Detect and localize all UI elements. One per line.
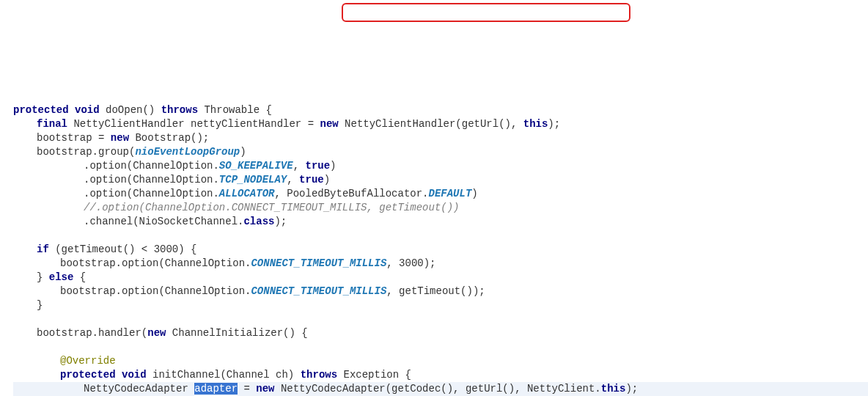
code-token: Throwable { [198,104,272,116]
code-token: NettyClientHandler(getUrl(), [339,118,523,130]
code-token: ) [330,160,336,172]
code-token: final [37,118,67,130]
code-token: initChannel(Channel ch) [147,369,301,381]
code-token: ); [548,118,560,130]
code-token: .channel(NioSocketChannel. [84,216,243,227]
code-token: if [37,243,49,255]
selected-identifier: adapter [194,383,238,395]
code-token: TCP_NODELAY [219,174,287,186]
code-token: Exception { [337,369,411,381]
code-token: throws [301,369,337,381]
code-token: new [320,118,338,130]
code-block: protected void doOpen() throws Throwable… [13,89,855,396]
red-highlight-box [342,3,630,22]
code-token: { [73,271,86,283]
code-annotation: @Override [60,355,116,367]
code-token: , [287,174,299,186]
code-token: true [305,160,330,172]
code-token: new [256,383,274,395]
code-token: } [37,299,43,311]
code-token: SO_KEEPALIVE [219,160,293,172]
code-token: ALLOCATOR [219,188,275,199]
code-token: this [523,118,548,130]
code-token: bootstrap = [37,132,111,144]
code-token: , [293,160,306,172]
code-token: this [601,383,626,395]
code-token: new [147,327,166,339]
code-token: DEFAULT [429,188,472,199]
code-token: .option(ChannelOption. [84,188,219,199]
code-token: NettyClientHandler nettyClientHandler = [67,118,320,130]
code-token: NettyCodecAdapter [84,383,194,395]
code-token: .option(ChannelOption. [84,160,219,172]
code-token: new [111,132,129,144]
highlighted-line: NettyCodecAdapter adapter = new NettyCod… [13,382,868,396]
code-token: bootstrap.option(ChannelOption. [60,285,251,297]
code-token: , PooledByteBufAllocator. [274,188,428,199]
code-token: ); [625,383,638,395]
code-token: ); [274,216,287,227]
code-token: else [49,271,74,283]
code-token: CONNECT_TIMEOUT_MILLIS [251,257,386,269]
code-token: .option(ChannelOption. [84,174,219,186]
code-token: bootstrap.group( [37,146,135,158]
code-token: protected void [13,104,100,116]
code-token: Bootstrap(); [129,132,209,144]
code-token: ) [324,174,330,186]
code-token: bootstrap.handler( [37,327,147,339]
code-token: throws [161,104,198,116]
code-token: NettyCodecAdapter(getCodec(), getUrl(), … [274,383,600,395]
code-token: } [37,271,49,283]
code-token: ) [240,146,246,158]
code-token: = [238,383,256,395]
code-token: true [299,174,324,186]
code-token: nioEventLoopGroup [135,146,240,158]
code-token: , getTimeout()); [386,285,485,297]
code-token: doOpen() [100,104,161,116]
code-token: ) [471,188,477,199]
code-token: protected void [60,369,147,381]
code-token: bootstrap.option(ChannelOption. [60,257,251,269]
code-token: ChannelInitializer() { [166,327,307,339]
code-token: CONNECT_TIMEOUT_MILLIS [251,285,386,297]
code-token: class [243,216,274,227]
code-comment: //.option(ChannelOption.CONNECT_TIMEOUT_… [84,202,459,213]
code-token: (getTimeout() < 3000) { [49,243,197,255]
code-token: , 3000); [386,257,435,269]
